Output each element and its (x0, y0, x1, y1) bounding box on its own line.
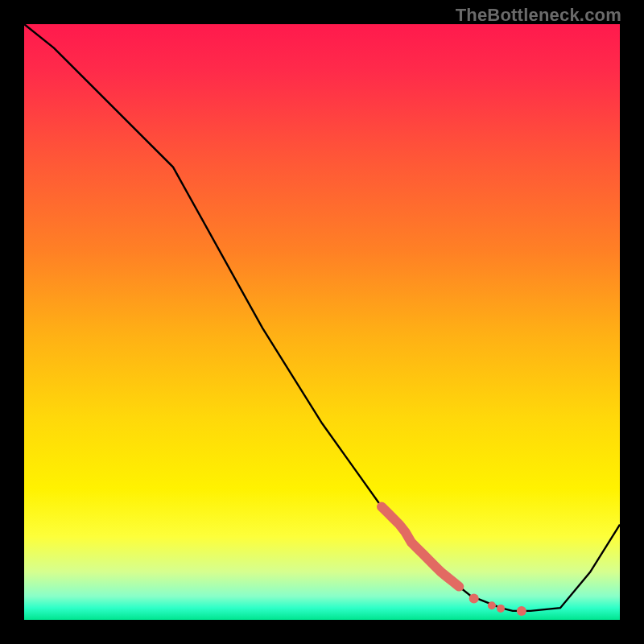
highlight-segment (382, 506, 459, 586)
bottleneck-curve (24, 24, 620, 611)
marker-dot (488, 601, 496, 609)
marker-dots (469, 593, 526, 616)
marker-dot (517, 606, 526, 616)
plot-area (24, 24, 620, 620)
watermark-text: TheBottleneck.com (456, 5, 621, 26)
marker-dot (497, 605, 505, 613)
curve-layer (24, 24, 620, 620)
chart-container: TheBottleneck.com (0, 0, 644, 644)
marker-dot (469, 593, 479, 603)
